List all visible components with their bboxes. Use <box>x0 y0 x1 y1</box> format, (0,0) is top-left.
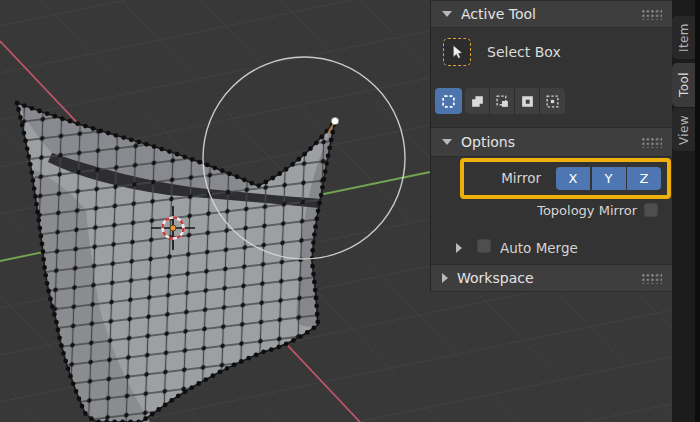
chevron-down-icon <box>442 11 452 17</box>
active-tool-row: Select Box <box>443 38 561 66</box>
mirror-x-button[interactable]: X <box>556 167 590 190</box>
topology-mirror-checkbox[interactable] <box>644 203 658 217</box>
chevron-right-icon <box>442 273 448 283</box>
select-mode-extend-button[interactable] <box>465 88 490 114</box>
auto-merge-checkbox[interactable] <box>477 239 491 253</box>
auto-merge-label: Auto Merge <box>500 240 578 256</box>
sidebar-tabs: Item Tool View <box>672 0 700 422</box>
box-select-intersect-icon <box>545 94 560 109</box>
mirror-z-button[interactable]: Z <box>627 167 661 190</box>
select-mode-invert-button[interactable] <box>515 88 540 114</box>
drag-grip-icon[interactable] <box>641 9 662 20</box>
cursor-arrow-icon <box>448 43 466 61</box>
chevron-down-icon <box>442 139 452 145</box>
box-select-extend-icon <box>470 94 485 109</box>
panel-title: Active Tool <box>461 6 536 22</box>
select-mode-buttons <box>435 88 565 114</box>
chevron-right-icon[interactable] <box>456 243 462 253</box>
tab-view[interactable]: View <box>672 108 695 151</box>
active-tool-name: Select Box <box>487 44 561 60</box>
panel-header-options[interactable]: Options <box>431 127 672 157</box>
tab-item[interactable]: Item <box>672 16 695 59</box>
tab-tool[interactable]: Tool <box>672 63 695 107</box>
panel-title: Options <box>461 134 515 150</box>
mirror-label: Mirror <box>501 170 541 186</box>
panel-title: Workspace <box>457 270 534 286</box>
panel-header-active-tool[interactable]: Active Tool <box>431 0 672 28</box>
mirror-axis-buttons: X Y Z <box>556 167 661 190</box>
box-select-subtract-icon <box>495 94 510 109</box>
mirror-y-button[interactable]: Y <box>592 167 626 190</box>
select-mode-subtract-button[interactable] <box>490 88 515 114</box>
select-mode-intersect-button[interactable] <box>540 88 565 114</box>
blender-window: Active Tool Select Box <box>0 0 700 422</box>
drag-grip-icon[interactable] <box>641 273 662 284</box>
topology-mirror-label: Topology Mirror <box>537 203 637 218</box>
box-select-invert-icon <box>520 94 535 109</box>
select-box-tool-icon[interactable] <box>443 38 471 66</box>
mesh-object[interactable] <box>17 103 335 422</box>
drag-grip-icon[interactable] <box>641 137 662 148</box>
panel-header-workspace[interactable]: Workspace <box>431 264 672 292</box>
select-mode-new-button[interactable] <box>435 88 462 114</box>
box-select-new-icon <box>441 94 456 109</box>
sidebar-panel-region: Active Tool Select Box <box>430 0 672 292</box>
